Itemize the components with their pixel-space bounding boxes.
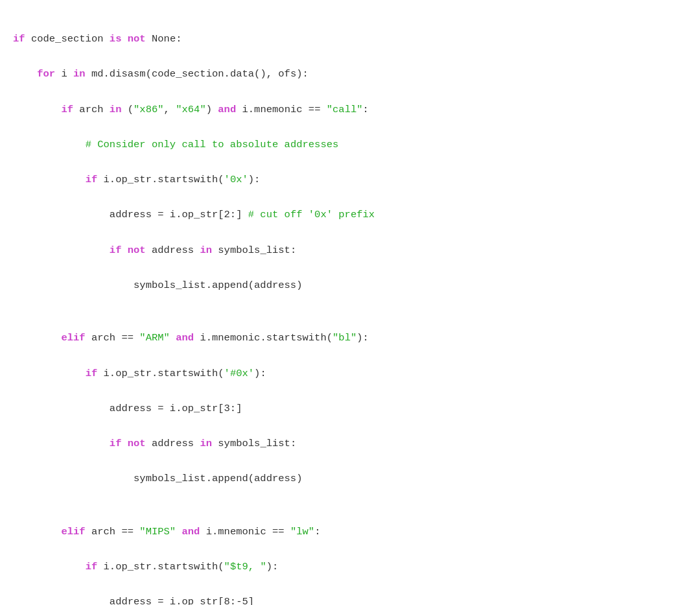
code-line-3: if arch in ("x86", "x64") and i.mnemonic…: [13, 101, 687, 119]
code-line-1: if code_section is not None:: [13, 30, 687, 48]
code-line-4: # Consider only call to absolute address…: [13, 136, 687, 154]
code-line-9: elif arch == "ARM" and i.mnemonic.starts…: [13, 329, 687, 347]
code-line-8: symbols_list.append(address): [13, 277, 687, 294]
code-line-6: address = i.op_str[2:] # cut off '0x' pr…: [13, 206, 687, 224]
code-line-2: for i in md.disasm(code_section.data(), …: [13, 65, 687, 83]
code-line-16: address = i.op_str[8:-5]: [13, 593, 687, 605]
code-line-15: if i.op_str.startswith("$t9, "):: [13, 558, 687, 576]
code-line-7: if not address in symbols_list:: [13, 242, 687, 259]
code-block: if code_section is not None: for i in md…: [13, 13, 687, 605]
code-line-5: if i.op_str.startswith('0x'):: [13, 171, 687, 189]
code-line-13: symbols_list.append(address): [13, 470, 687, 488]
code-line-14: elif arch == "MIPS" and i.mnemonic == "l…: [13, 523, 687, 541]
code-container: if code_section is not None: for i in md…: [0, 0, 700, 605]
code-line-12: if not address in symbols_list:: [13, 435, 687, 453]
code-line-10: if i.op_str.startswith('#0x'):: [13, 365, 687, 383]
code-line-11: address = i.op_str[3:]: [13, 400, 687, 418]
